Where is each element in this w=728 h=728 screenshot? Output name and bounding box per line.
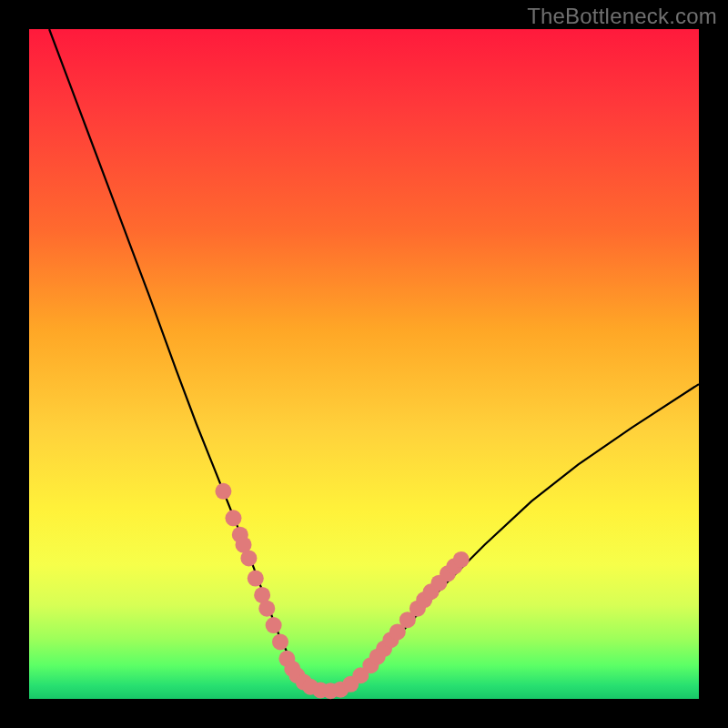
data-marker — [225, 510, 241, 526]
data-marker — [272, 633, 288, 650]
marker-group — [215, 483, 469, 699]
watermark-text: TheBottleneck.com — [527, 4, 717, 29]
data-marker — [248, 571, 264, 587]
chart-svg — [29, 29, 699, 699]
data-marker — [240, 550, 257, 566]
data-marker — [258, 601, 275, 617]
data-marker — [453, 551, 470, 568]
plot-area — [29, 29, 699, 699]
bottleneck-curve — [49, 29, 699, 691]
chart-frame: TheBottleneck.com — [0, 0, 728, 728]
data-marker — [266, 617, 282, 633]
data-marker — [215, 483, 231, 500]
